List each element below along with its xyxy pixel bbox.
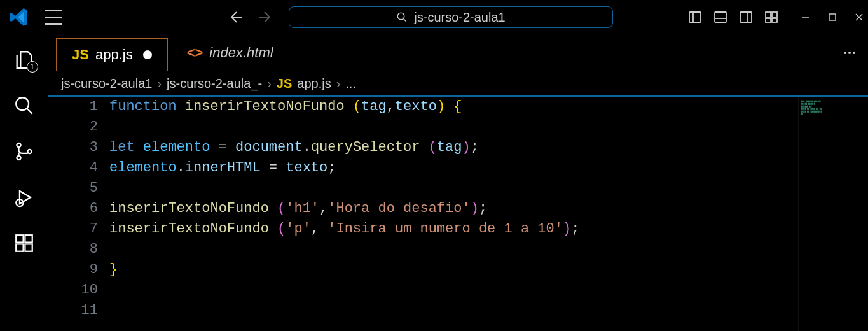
code-content[interactable]: function inserirTextoNoFundo (tag,texto)… xyxy=(109,97,868,331)
command-center[interactable]: js-curso-2-aula1 xyxy=(289,6,613,28)
code-line[interactable] xyxy=(109,239,792,260)
breadcrumb-part[interactable]: js-curso-2-aula1 xyxy=(61,76,152,91)
toggle-primary-sidebar-icon[interactable] xyxy=(687,10,703,25)
line-number: 6 xyxy=(48,199,98,219)
line-number: 11 xyxy=(48,300,98,321)
code-line[interactable]: elemento.innerHTML = texto; xyxy=(109,158,792,178)
layout-controls xyxy=(687,10,779,25)
tab-app-js[interactable]: JS app.js xyxy=(56,38,168,71)
html-file-icon: <> xyxy=(187,45,203,61)
svg-point-24 xyxy=(844,52,846,54)
explorer-badge: 1 xyxy=(27,61,38,73)
activity-extensions[interactable] xyxy=(13,232,36,255)
svg-rect-20 xyxy=(16,235,23,242)
toggle-panel-icon[interactable] xyxy=(713,10,728,25)
svg-point-16 xyxy=(17,143,20,147)
tab-label: app.js xyxy=(95,46,133,63)
line-number: 3 xyxy=(48,137,98,158)
js-file-icon: JS xyxy=(72,46,89,63)
toggle-secondary-sidebar-icon[interactable] xyxy=(738,10,754,25)
customize-layout-icon[interactable] xyxy=(764,10,779,25)
svg-rect-22 xyxy=(16,244,23,251)
breadcrumb-part[interactable]: js-curso-2-aula_- xyxy=(167,76,262,91)
activity-source-control[interactable] xyxy=(13,140,36,163)
code-line[interactable]: inserirTextoNoFundo ('p', 'Insira um num… xyxy=(109,219,792,239)
svg-rect-9 xyxy=(766,18,771,22)
minimap[interactable]: ███ ██████ ███ ██ ██ ██ ████ █ ██████ ██… xyxy=(798,97,868,331)
code-line[interactable]: function inserirTextoNoFundo (tag,texto)… xyxy=(109,97,792,117)
chevron-right-icon: › xyxy=(157,76,162,91)
svg-rect-12 xyxy=(829,14,836,20)
chevron-right-icon: › xyxy=(336,76,341,91)
code-line[interactable]: } xyxy=(109,260,792,280)
titlebar: js-curso-2-aula1 xyxy=(0,0,868,34)
svg-point-18 xyxy=(27,150,31,153)
line-number: 5 xyxy=(48,178,98,199)
line-number: 2 xyxy=(48,117,98,137)
code-line[interactable] xyxy=(109,280,792,300)
menu-button[interactable] xyxy=(45,10,62,25)
editor-pane: JS app.js <> index.html js-curso-2-aula1… xyxy=(48,34,868,331)
js-file-icon: JS xyxy=(277,76,292,91)
chevron-right-icon: › xyxy=(267,76,272,91)
close-button[interactable] xyxy=(854,12,864,22)
svg-point-26 xyxy=(853,52,855,54)
line-number: 4 xyxy=(48,158,98,178)
code-line[interactable] xyxy=(109,300,792,321)
svg-rect-5 xyxy=(740,12,752,22)
dirty-indicator-icon xyxy=(143,50,152,59)
svg-rect-3 xyxy=(715,12,726,22)
svg-rect-10 xyxy=(772,18,777,22)
svg-rect-8 xyxy=(772,12,777,17)
activity-search[interactable] xyxy=(13,94,36,117)
code-line[interactable]: let elemento = document.querySelector (t… xyxy=(109,137,792,158)
minimize-button[interactable] xyxy=(801,12,811,22)
code-line[interactable] xyxy=(109,178,792,199)
nav-forward-button[interactable] xyxy=(258,10,273,25)
line-number-gutter: 1234567891011 xyxy=(48,97,109,331)
svg-point-25 xyxy=(848,52,851,54)
command-center-text: js-curso-2-aula1 xyxy=(414,10,505,25)
code-line[interactable] xyxy=(109,117,792,137)
nav-arrows xyxy=(228,10,273,25)
tabs-row: JS app.js <> index.html xyxy=(48,34,868,71)
tab-label: index.html xyxy=(209,45,273,61)
breadcrumb-part[interactable]: ... xyxy=(345,76,356,91)
line-number: 8 xyxy=(48,239,98,260)
activity-explorer[interactable]: 1 xyxy=(13,48,36,71)
svg-rect-1 xyxy=(689,12,701,22)
line-number: 1 xyxy=(48,97,98,117)
svg-rect-7 xyxy=(766,12,771,17)
window-controls xyxy=(801,12,864,22)
maximize-button[interactable] xyxy=(827,12,837,22)
tab-overflow-button[interactable] xyxy=(830,34,868,71)
activity-bar: 1 xyxy=(0,34,48,331)
line-number: 10 xyxy=(48,280,98,300)
breadcrumb-part[interactable]: app.js xyxy=(297,76,331,91)
svg-point-0 xyxy=(398,13,405,20)
code-line[interactable]: inserirTextoNoFundo ('h1','Hora do desaf… xyxy=(109,199,792,219)
line-number: 9 xyxy=(48,260,98,280)
breadcrumb[interactable]: js-curso-2-aula1 › js-curso-2-aula_- › J… xyxy=(48,71,868,97)
activity-run-debug[interactable] xyxy=(13,186,36,209)
svg-rect-21 xyxy=(25,235,32,242)
svg-point-15 xyxy=(16,97,29,110)
search-icon xyxy=(396,11,408,23)
nav-back-button[interactable] xyxy=(228,10,243,25)
code-editor[interactable]: 1234567891011 function inserirTextoNoFun… xyxy=(48,97,868,331)
svg-point-17 xyxy=(17,156,20,160)
svg-rect-23 xyxy=(25,244,32,251)
line-number: 7 xyxy=(48,219,98,239)
vscode-logo-icon xyxy=(9,7,29,27)
tab-index-html[interactable]: <> index.html xyxy=(172,34,289,71)
